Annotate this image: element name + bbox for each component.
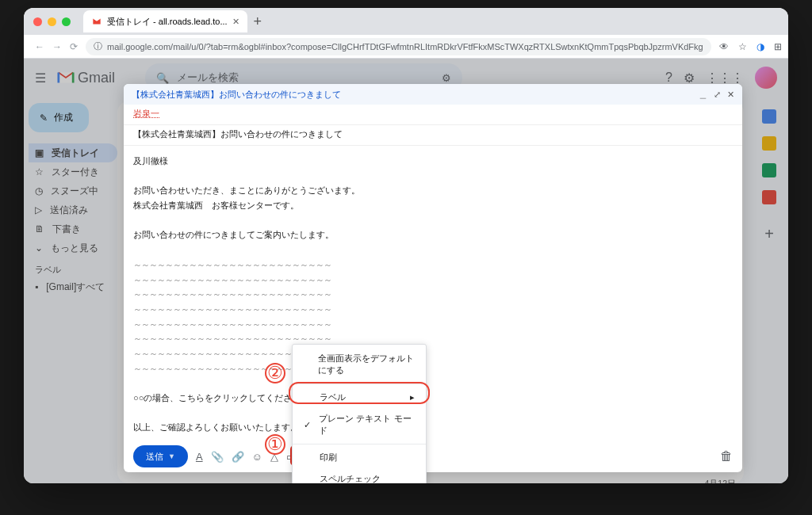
site-info-icon[interactable]: ⓘ	[94, 40, 102, 52]
browser-tab[interactable]: 受信トレイ - all.roads.lead.to... ✕	[83, 10, 247, 32]
body-line: ～～～～～～～～～～～～～～～～～～～～～～～～～	[133, 331, 733, 346]
discard-draft-icon[interactable]: 🗑	[720, 449, 733, 464]
body-line: ～～～～～～～～～～～～～～～～～～～～～～～～～	[133, 273, 733, 288]
extension-icon[interactable]: ◑	[756, 41, 764, 52]
puzzle-icon[interactable]: ⊞	[774, 41, 782, 52]
body-line: ～～～～～～～～～～～～～～～～～～～～～～～～～	[133, 302, 733, 317]
compose-window: 【株式会社青葉城西】お問い合わせの件につきまして ＿ ⤢ ✕ 岩泉一 【株式会社…	[124, 84, 742, 472]
body-line: 及川徹様	[133, 154, 733, 169]
forward-button[interactable]: →	[52, 41, 62, 52]
url-field[interactable]: ⓘ mail.google.com/mail/u/0/?tab=rm&ogbl#…	[86, 38, 711, 55]
to-field[interactable]: 岩泉一	[124, 105, 742, 125]
body-line: 株式会社青葉城西 お客様センターです。	[133, 198, 733, 213]
compose-body[interactable]: 及川徹様 お問い合わせいただき、まことにありがとうございます。 株式会社青葉城西…	[124, 146, 742, 441]
menu-item-spellcheck[interactable]: スペルチェック	[293, 468, 426, 483]
body-line: ○○の場合、こちらをクリックしてください。	[133, 391, 733, 406]
body-line: ～～～～～～～～～～～～～～～～～～～～～～～～～	[133, 287, 733, 302]
close-tab-icon[interactable]: ✕	[232, 17, 239, 27]
browser-tabstrip: 受信トレイ - all.roads.lead.to... ✕ +	[24, 8, 788, 35]
compose-toolbar: 送信 ▼ A 📎 🔗 ☺ △ ▭ 🔒 ✎ ⋮ 🗑	[124, 441, 742, 472]
link-icon[interactable]: 🔗	[232, 451, 244, 463]
body-line: ～～～～～～～～～～～～～～～～～～～～～～～～～	[133, 258, 733, 273]
new-tab-button[interactable]: +	[254, 13, 262, 30]
compose-header[interactable]: 【株式会社青葉城西】お問い合わせの件につきまして ＿ ⤢ ✕	[124, 84, 742, 105]
callout-one: ①	[265, 434, 285, 455]
format-icon[interactable]: A	[196, 451, 203, 463]
body-line: ～～～～～～～～～～～～～～～～～～～～～～～～～	[133, 361, 733, 376]
gmail-favicon-icon	[91, 16, 102, 27]
subject-field[interactable]: 【株式会社青葉城西】お問い合わせの件につきまして	[124, 125, 742, 146]
body-line: ～～～～～～～～～～～～～～～～～～～～～～～～～	[133, 317, 733, 332]
menu-item-default-fullscreen[interactable]: 全画面表示をデフォルトにする	[293, 348, 426, 381]
address-bar-row: ← → ⟳ ⓘ mail.google.com/mail/u/0/?tab=rm…	[24, 35, 788, 59]
menu-item-print[interactable]: 印刷	[293, 447, 426, 468]
emoji-icon[interactable]: ☺	[252, 451, 262, 463]
back-button[interactable]: ←	[35, 41, 44, 52]
more-options-menu: 全画面表示をデフォルトにする ラベル▸ ✓プレーン テキスト モード 印刷 スペ…	[292, 344, 427, 483]
menu-separator	[293, 444, 426, 444]
minimize-window-icon[interactable]	[48, 17, 56, 26]
reload-button[interactable]: ⟳	[70, 41, 78, 52]
popout-compose-icon[interactable]: ⤢	[714, 90, 721, 100]
body-line: お問い合わせの件につきましてご案内いたします。	[133, 227, 733, 242]
body-line: お問い合わせいただき、まことにありがとうございます。	[133, 183, 733, 198]
body-line: ～～～～～～～～～～～～～～～～～～～～～～～～～	[133, 346, 733, 361]
traffic-lights	[33, 17, 71, 26]
url-text: mail.google.com/mail/u/0/?tab=rm&ogbl#in…	[107, 42, 703, 52]
close-window-icon[interactable]	[33, 17, 42, 26]
eye-icon[interactable]: 👁	[719, 41, 729, 52]
tab-title: 受信トレイ - all.roads.lead.to...	[107, 16, 228, 28]
body-line: 以上、ご確認よろしくお願いいたします。	[133, 420, 733, 435]
star-icon[interactable]: ☆	[738, 41, 747, 52]
send-button[interactable]: 送信 ▼	[133, 445, 188, 467]
attach-icon[interactable]: 📎	[211, 451, 224, 463]
maximize-window-icon[interactable]	[62, 17, 71, 26]
send-options-icon[interactable]: ▼	[168, 452, 175, 460]
annotation-highlight-plain-text	[289, 382, 430, 404]
check-icon: ✓	[304, 420, 312, 430]
close-compose-icon[interactable]: ✕	[727, 90, 734, 100]
callout-two: ②	[265, 363, 285, 383]
compose-title: 【株式会社青葉城西】お問い合わせの件につきまして	[132, 89, 341, 101]
menu-item-plain-text[interactable]: ✓プレーン テキスト モード	[293, 408, 426, 441]
minimize-compose-icon[interactable]: ＿	[699, 89, 707, 101]
